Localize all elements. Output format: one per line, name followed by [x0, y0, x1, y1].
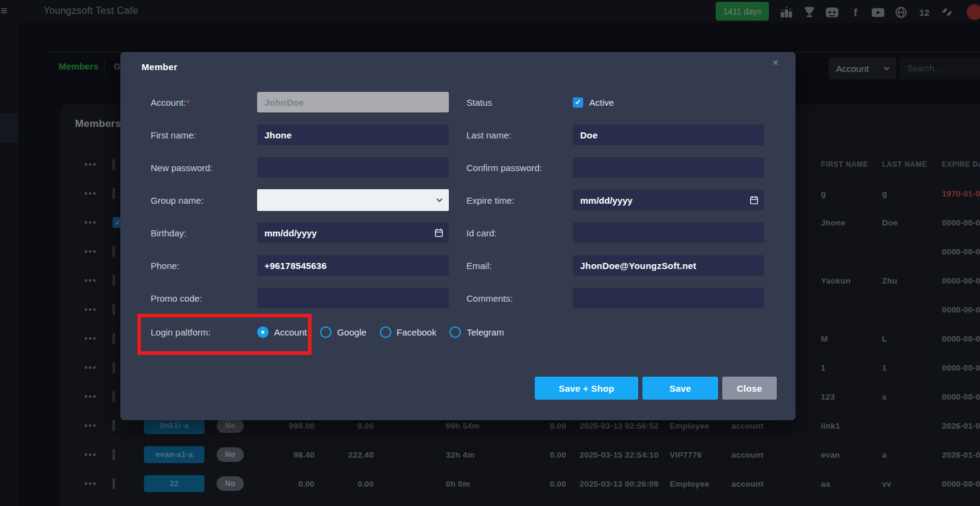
group-name-select[interactable] [257, 189, 449, 211]
save-button[interactable]: Save [642, 377, 718, 400]
birthday-placeholder: mm/dd/yyyy [264, 228, 317, 238]
radio-account[interactable]: Account [257, 326, 307, 338]
group-name-label: Group name: [151, 195, 257, 206]
birthday-label: Birthday: [151, 228, 257, 238]
first-name-label: First name: [151, 130, 257, 140]
expire-time-date-field[interactable]: mm/dd/yyyy [573, 190, 764, 210]
account-label: Account:* [151, 97, 257, 108]
radio-unselected-icon[interactable] [380, 326, 391, 338]
first-name-field[interactable] [257, 125, 449, 145]
expire-time-label: Expire time: [466, 195, 573, 206]
close-icon[interactable]: × [773, 57, 779, 69]
modal-footer: Save + Shop Save Close [535, 377, 777, 400]
status-active-label: Active [589, 97, 614, 108]
status-active-checkbox[interactable]: ✓ [573, 97, 583, 108]
promo-code-label: Promo code: [151, 293, 257, 303]
confirm-password-label: Confirm password: [466, 163, 573, 173]
account-field [257, 92, 449, 112]
last-name-label: Last name: [466, 130, 573, 140]
comments-label: Comments: [466, 293, 573, 303]
calendar-icon [435, 229, 443, 237]
phone-label: Phone: [151, 261, 257, 271]
required-asterisk: * [186, 97, 189, 108]
radio-unselected-icon[interactable] [320, 326, 332, 338]
radio-selected-icon[interactable] [257, 326, 269, 338]
promo-code-field[interactable] [257, 288, 449, 308]
chevron-down-icon [437, 196, 443, 202]
radio-telegram[interactable]: Telegram [449, 326, 504, 338]
phone-field[interactable] [257, 255, 449, 276]
confirm-password-field[interactable] [573, 157, 764, 178]
expire-time-placeholder: mm/dd/yyyy [580, 195, 633, 206]
modal-title: Member [142, 62, 177, 72]
member-form: Account:* Status ✓ Active First name: La… [151, 92, 764, 342]
member-modal: Member × Account:* Status ✓ Active First… [120, 52, 795, 420]
login-platform-label: Login paltform: [151, 327, 257, 337]
close-button[interactable]: Close [722, 377, 777, 400]
status-label: Status [466, 97, 573, 108]
radio-facebook[interactable]: Facebook [380, 326, 437, 338]
email-label: Email: [466, 261, 573, 271]
calendar-icon [750, 196, 758, 204]
radio-google[interactable]: Google [320, 326, 366, 338]
id-card-label: Id card: [466, 228, 573, 238]
birthday-date-field[interactable]: mm/dd/yyyy [257, 222, 449, 243]
login-platform-radio-group: Account Google Facebook Telegram [257, 326, 504, 338]
comments-field[interactable] [573, 288, 764, 308]
id-card-field[interactable] [573, 222, 764, 243]
last-name-field[interactable] [573, 125, 764, 145]
save-shop-button[interactable]: Save + Shop [535, 377, 638, 400]
new-password-label: New password: [151, 163, 257, 173]
new-password-field[interactable] [257, 157, 449, 178]
radio-unselected-icon[interactable] [449, 326, 461, 338]
email-field[interactable] [573, 255, 764, 276]
